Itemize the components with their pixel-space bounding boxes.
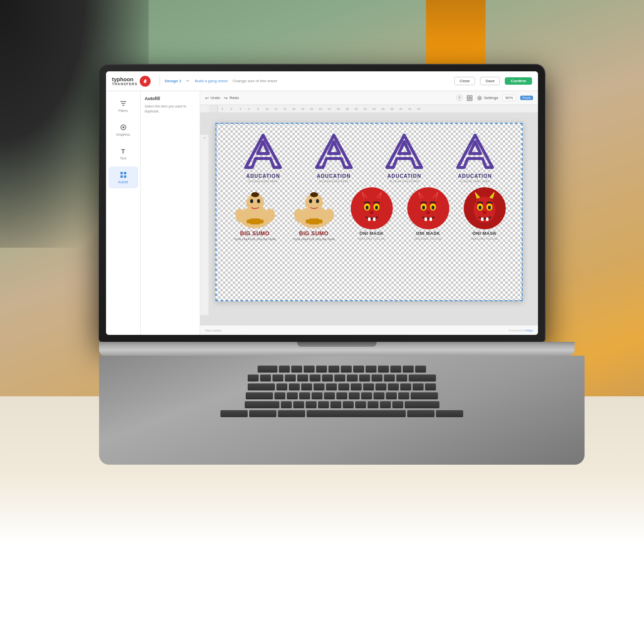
zoom-level[interactable]: 90% <box>502 95 516 101</box>
main-layout: Filters Graphics <box>106 91 538 335</box>
letter-a-svg-4 <box>450 133 500 172</box>
canvas-sheet-inner: ADUCATION SLOGAN GOES HERE <box>215 123 523 301</box>
oni-title-3: ONI MASK <box>473 231 497 236</box>
oni-title-1: ONI MASK <box>360 231 384 236</box>
settings-button[interactable]: Settings <box>477 95 498 101</box>
ruler-marks: 0 2 4 6 8 10 12 14 16 18 20 <box>218 107 423 110</box>
fullscreen-button[interactable] <box>467 95 473 101</box>
key-8 <box>347 375 358 381</box>
ruler-mark: 30 <box>352 107 361 110</box>
key-n <box>343 401 354 408</box>
sumo-design-1[interactable]: BIG SUMO YOUR CREATIVE TAGLINE HERE <box>233 187 277 241</box>
svg-point-54 <box>483 211 486 214</box>
sidebar-item-filters[interactable]: Filters <box>108 95 138 117</box>
svg-rect-11 <box>470 96 472 98</box>
powered-link[interactable]: Artigo <box>525 329 533 332</box>
key-ctrl <box>249 410 276 417</box>
oni-design-3[interactable]: ONI MASK AWESOME TAGLINE <box>464 187 506 240</box>
key-w <box>289 383 300 390</box>
key-k <box>361 392 372 399</box>
svg-point-28 <box>310 192 318 197</box>
change-size-link[interactable]: Change size of this sheet <box>232 79 277 83</box>
letter-a-design-4[interactable]: ADUCATION SLOGAN GOES HERE <box>450 133 500 183</box>
oni-subtitle-1: AWESOME TAGLINE <box>358 237 385 240</box>
canvas-area: ↩ Undo ↪ Redo ? <box>200 91 538 335</box>
close-button[interactable]: Close <box>454 77 475 85</box>
key-f10 <box>390 366 401 373</box>
key-j <box>349 392 360 399</box>
svg-point-17 <box>250 199 253 203</box>
a-title-3: ADUCATION <box>387 173 421 179</box>
topbar-divider <box>160 76 160 86</box>
sidebar-item-graphics[interactable]: Graphics <box>108 119 138 141</box>
letter-a-design-3[interactable]: ADUCATION SLOGAN GOES HERE <box>379 133 429 183</box>
letter-a-design-1[interactable]: ADUCATION SLOGAN GOES HERE <box>238 133 288 183</box>
key-caps <box>246 392 273 399</box>
key-4 <box>297 375 308 381</box>
autofit-label: Autofit <box>118 180 128 184</box>
confirm-button[interactable]: Confirm <box>505 77 532 85</box>
ruler-mark: 44 <box>414 107 423 110</box>
key-f6 <box>341 366 352 373</box>
fullscreen-icon <box>467 95 473 101</box>
undo-button[interactable]: ↩ Undo <box>205 96 220 101</box>
key-equals <box>396 375 407 381</box>
key-enter <box>411 392 438 399</box>
letter-a-design-2[interactable]: ADUCATION SLOGAN GOES HERE <box>309 133 359 183</box>
laptop-base <box>99 342 575 356</box>
key-f12 <box>415 366 426 373</box>
gang-sheet-link[interactable]: Build a gang sheet <box>195 79 227 83</box>
logo-icon <box>140 76 151 87</box>
front-badge[interactable]: Front <box>520 96 533 100</box>
canvas-viewport[interactable]: 0 <box>200 113 538 325</box>
key-quote <box>398 392 409 399</box>
logo-area: typhoon TRANSFERS <box>112 76 151 87</box>
oni-svg-1 <box>353 190 390 227</box>
svg-rect-47 <box>425 217 427 221</box>
key-f11 <box>403 366 414 373</box>
help-button[interactable]: ? <box>456 95 463 101</box>
oni-design-1[interactable]: ONI MASK AWESOME TAGLINE <box>351 187 393 240</box>
key-q <box>276 383 287 390</box>
a-title-4: ADUCATION <box>458 173 492 179</box>
redo-button[interactable]: ↪ Redo <box>224 96 239 101</box>
ruler-mark: 32 <box>361 107 370 110</box>
svg-point-38 <box>370 211 374 214</box>
design-tab[interactable]: Design 1 <box>165 79 181 83</box>
key-alt-l <box>278 410 305 417</box>
svg-rect-55 <box>481 217 483 221</box>
canvas-sheet[interactable]: ADUCATION SLOGAN GOES HERE <box>215 123 523 301</box>
ruler-mark: 20 <box>307 107 316 110</box>
sumo-design-2[interactable]: BIG SUMO YOUR CREATIVE TAGLINE HERE <box>292 187 336 241</box>
key-backslash <box>425 383 436 390</box>
oni-title-2: ONI MASK <box>416 231 440 236</box>
key-row-4 <box>115 392 569 399</box>
key-comma <box>368 401 378 408</box>
svg-rect-32 <box>309 218 319 224</box>
key-1 <box>260 375 271 381</box>
sidebar-item-text[interactable]: T Text <box>108 143 138 164</box>
sumo-svg-1 <box>233 187 277 229</box>
ruler-mark: 26 <box>334 107 343 110</box>
svg-rect-10 <box>467 96 469 98</box>
key-f1 <box>279 366 290 373</box>
key-row-3 <box>115 383 569 390</box>
key-i <box>363 383 374 390</box>
key-0 <box>372 375 382 381</box>
undo-label: Undo <box>211 96 220 100</box>
key-bracket-r <box>413 383 424 390</box>
ruler-mark: 40 <box>396 107 405 110</box>
oni-design-2[interactable]: ONI MASK AWESOME TAGLINE <box>407 187 449 240</box>
save-button[interactable]: Save <box>480 77 500 85</box>
a-slogan-1: SLOGAN GOES HERE <box>248 180 278 183</box>
svg-rect-13 <box>470 99 472 101</box>
sidebar-item-autofit[interactable]: Autofit <box>108 166 138 188</box>
key-backspace <box>409 375 436 381</box>
key-s <box>287 392 298 399</box>
svg-rect-7 <box>124 172 126 174</box>
key-fn <box>220 410 248 417</box>
ruler-mark: 36 <box>378 107 387 110</box>
key-x <box>293 401 304 408</box>
key-f2 <box>291 366 302 373</box>
a-title-2: ADUCATION <box>317 173 351 179</box>
